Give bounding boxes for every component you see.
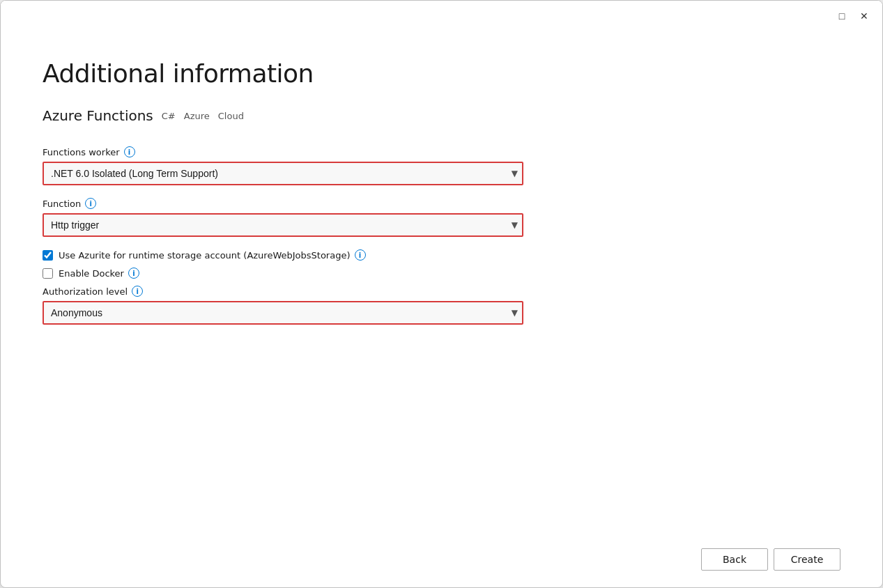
authorization-level-dropdown-container: AnonymousFunctionAdmin ▼ bbox=[43, 301, 523, 325]
maximize-button[interactable]: □ bbox=[832, 6, 852, 26]
form-section: Functions worker i .NET 6.0 Isolated (Lo… bbox=[43, 146, 840, 337]
tag-csharp: C# bbox=[162, 111, 176, 121]
tag-azure: Azure bbox=[184, 111, 210, 121]
function-group: Function i Http triggerTimer triggerBlob… bbox=[43, 198, 840, 237]
enable-docker-checkbox[interactable] bbox=[43, 268, 53, 279]
function-select[interactable]: Http triggerTimer triggerBlob triggerQue… bbox=[43, 213, 523, 237]
close-button[interactable]: ✕ bbox=[854, 6, 874, 26]
functions-worker-label: Functions worker i bbox=[43, 146, 840, 157]
tag-cloud: Cloud bbox=[218, 111, 244, 121]
functions-worker-dropdown-container: .NET 6.0 Isolated (Long Term Support).NE… bbox=[43, 162, 523, 185]
use-azurite-row: Use Azurite for runtime storage account … bbox=[43, 249, 840, 261]
enable-docker-row: Enable Docker i bbox=[43, 268, 840, 279]
authorization-level-label-text: Authorization level bbox=[43, 286, 128, 297]
main-window: □ ✕ Additional information Azure Functio… bbox=[0, 0, 883, 588]
function-info-icon[interactable]: i bbox=[85, 198, 96, 209]
create-button[interactable]: Create bbox=[774, 548, 840, 571]
function-dropdown-container: Http triggerTimer triggerBlob triggerQue… bbox=[43, 213, 523, 237]
functions-worker-group: Functions worker i .NET 6.0 Isolated (Lo… bbox=[43, 146, 840, 185]
page-title: Additional information bbox=[43, 59, 840, 88]
use-azurite-label-text: Use Azurite for runtime storage account … bbox=[59, 250, 351, 261]
use-azurite-checkbox[interactable] bbox=[43, 250, 53, 261]
enable-docker-info-icon[interactable]: i bbox=[128, 268, 139, 279]
functions-worker-info-icon[interactable]: i bbox=[124, 146, 135, 157]
authorization-level-group: Authorization level i AnonymousFunctionA… bbox=[43, 286, 840, 325]
function-label: Function i bbox=[43, 198, 840, 209]
functions-worker-select[interactable]: .NET 6.0 Isolated (Long Term Support).NE… bbox=[43, 162, 523, 185]
title-bar: □ ✕ bbox=[1, 1, 882, 31]
function-label-text: Function bbox=[43, 199, 81, 209]
use-azurite-label: Use Azurite for runtime storage account … bbox=[59, 249, 366, 261]
enable-docker-label-text: Enable Docker bbox=[59, 268, 124, 279]
subtitle-main: Azure Functions bbox=[43, 107, 153, 124]
footer: Back Create bbox=[1, 537, 882, 587]
authorization-level-label: Authorization level i bbox=[43, 286, 840, 297]
functions-worker-label-text: Functions worker bbox=[43, 147, 120, 157]
use-azurite-info-icon[interactable]: i bbox=[355, 249, 366, 261]
authorization-level-select[interactable]: AnonymousFunctionAdmin bbox=[43, 301, 523, 325]
back-button[interactable]: Back bbox=[701, 548, 768, 571]
enable-docker-label: Enable Docker i bbox=[59, 268, 139, 279]
title-bar-controls: □ ✕ bbox=[832, 6, 874, 26]
subtitle-row: Azure Functions C# Azure Cloud bbox=[43, 107, 840, 124]
authorization-level-info-icon[interactable]: i bbox=[132, 286, 143, 297]
main-content: Additional information Azure Functions C… bbox=[1, 31, 882, 537]
